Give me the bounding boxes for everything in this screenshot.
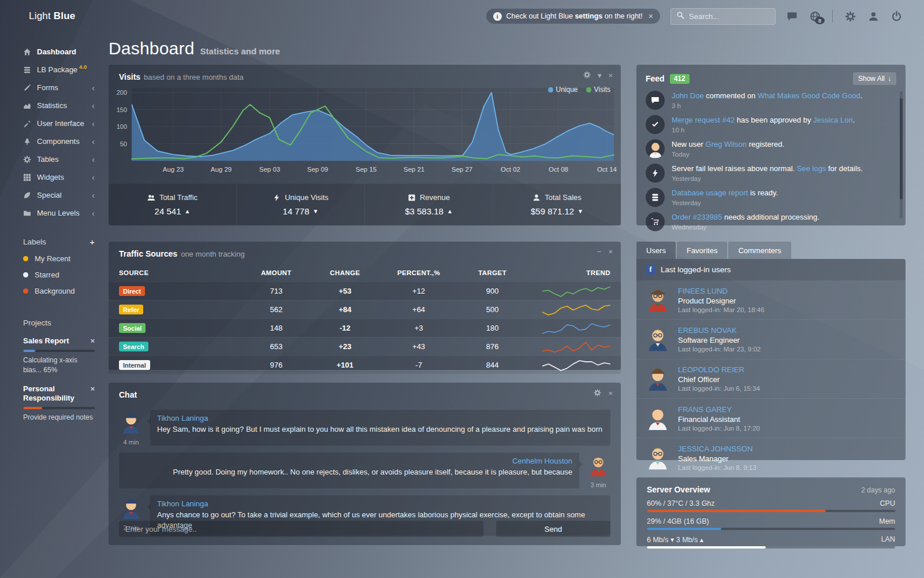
user-last-login: Last logged-in: Jun 8, 17:20 bbox=[678, 425, 760, 432]
svg-text:Sep 15: Sep 15 bbox=[356, 166, 377, 173]
sidebar-item-components[interactable]: Components‹ bbox=[0, 132, 107, 150]
send-button[interactable]: Send bbox=[496, 521, 610, 537]
tab-commenters[interactable]: Commenters bbox=[728, 242, 791, 259]
info-icon: i bbox=[493, 12, 502, 21]
user-name[interactable]: JESSICA JOHNSSON bbox=[678, 444, 757, 453]
feed-text: has been approved by bbox=[735, 116, 813, 124]
gear-icon[interactable] bbox=[594, 389, 601, 398]
sidebar-item-label: Widgets bbox=[37, 173, 64, 181]
user-info: JESSICA JOHNSSONSales ManagerLast logged… bbox=[678, 444, 757, 471]
user-name[interactable]: LEOPOLDO REIER bbox=[678, 365, 760, 374]
feed-item: New user Greg Wilson registered.Today bbox=[646, 139, 891, 158]
user-last-login: Last logged-in: Mar 20, 18:46 bbox=[678, 306, 765, 313]
settings-icon[interactable] bbox=[844, 10, 856, 22]
target-cell: 500 bbox=[458, 305, 527, 314]
tab-users[interactable]: Users bbox=[636, 242, 676, 259]
close-icon[interactable]: × bbox=[90, 384, 95, 402]
sidebar-item-dashboard[interactable]: Dashboard bbox=[0, 43, 107, 61]
stat-total-traffic: Total Traffic24 541▲ bbox=[109, 184, 236, 225]
trend-sparkline bbox=[527, 303, 610, 317]
add-label-button[interactable]: + bbox=[90, 237, 95, 247]
logout-icon[interactable] bbox=[891, 10, 902, 22]
collapse-icon[interactable]: ▾ bbox=[598, 72, 602, 79]
sidebar-item-label: Menu Levels bbox=[37, 209, 80, 217]
account-icon[interactable] bbox=[867, 10, 879, 22]
feed-link[interactable]: See logs bbox=[797, 164, 826, 173]
user-name[interactable]: FRANS GAREY bbox=[678, 405, 760, 414]
gear-icon[interactable] bbox=[583, 71, 591, 80]
message-sender[interactable]: Cenhelm Houston bbox=[126, 457, 572, 465]
user-row-frans-garey: FRANS GAREYFinancial AssistantLast logge… bbox=[636, 398, 906, 438]
label-item-my-recent[interactable]: My Recent bbox=[23, 254, 95, 263]
search-icon bbox=[676, 11, 684, 21]
feed-link[interactable]: Order #233985 bbox=[672, 213, 722, 221]
stat-label-text: Total Traffic bbox=[159, 193, 198, 202]
server-overview-widget: Server Overview 2 days ago 60% / 37°C / … bbox=[636, 477, 906, 546]
feed-text: is ready. bbox=[748, 188, 778, 197]
stat-plus-icon bbox=[408, 194, 416, 202]
project-progress-track bbox=[23, 350, 95, 352]
chat-message-input[interactable] bbox=[119, 521, 483, 537]
sidebar-item-statistics[interactable]: Statistics‹ bbox=[0, 97, 107, 114]
feed-bolt-icon bbox=[646, 164, 665, 183]
feed-link[interactable]: Greg Wilson bbox=[706, 140, 747, 149]
app-logo[interactable]: Light Blue bbox=[0, 10, 107, 22]
project-sales-report: Sales Report×Calculating x-axis bias... … bbox=[23, 336, 95, 375]
sidebar-item-forms[interactable]: Forms‹ bbox=[0, 79, 107, 97]
close-icon[interactable]: × bbox=[608, 72, 613, 79]
meter-name: CPU bbox=[880, 499, 895, 507]
user-name[interactable]: FINEES LUND bbox=[678, 287, 765, 295]
table-row-social: Social148-12+3180 bbox=[109, 318, 621, 337]
project-progress-fill bbox=[23, 350, 35, 352]
feed-item-body: John Doe commented on What Makes Good Co… bbox=[672, 91, 862, 110]
search-input[interactable] bbox=[688, 12, 770, 21]
sidebar-item-label: Special bbox=[37, 191, 62, 199]
close-icon[interactable]: × bbox=[608, 248, 613, 255]
feed-link[interactable]: Jessica Lori bbox=[813, 116, 853, 124]
sidebar-item-tables[interactable]: Tables‹ bbox=[0, 150, 107, 168]
feed-link[interactable]: Merge request #42 bbox=[672, 116, 735, 124]
show-all-button[interactable]: Show All↓ bbox=[853, 72, 896, 85]
feed-link[interactable]: What Makes Good Code Good bbox=[758, 91, 860, 100]
feed-text: for details. bbox=[826, 164, 863, 173]
minimize-icon[interactable]: − bbox=[597, 248, 602, 255]
source-badge: Search bbox=[119, 342, 148, 351]
label-item-starred[interactable]: Starred bbox=[23, 271, 95, 279]
wand-icon bbox=[23, 120, 32, 128]
sidebar-item-special[interactable]: Special‹ bbox=[0, 186, 107, 204]
close-icon[interactable]: × bbox=[649, 12, 653, 21]
close-icon[interactable]: × bbox=[608, 390, 613, 397]
main-content: Dashboard Statistics and more Visits bas… bbox=[109, 32, 621, 545]
messages-icon[interactable] bbox=[786, 10, 798, 22]
scrollbar-thumb[interactable] bbox=[900, 98, 903, 199]
svg-text:150: 150 bbox=[117, 106, 127, 113]
svg-text:200: 200 bbox=[117, 89, 127, 96]
message-sender[interactable]: Tikhon Laninga bbox=[157, 499, 603, 508]
chat-title: Chat bbox=[119, 390, 137, 399]
projects-list: Sales Report×Calculating x-axis bias... … bbox=[23, 336, 95, 423]
feed-item-text: Order #233985 needs additional processin… bbox=[672, 212, 819, 223]
project-description: Provide required notes bbox=[23, 413, 95, 423]
tab-favorites[interactable]: Favorites bbox=[677, 242, 727, 259]
target-cell: 844 bbox=[458, 361, 527, 369]
projects-section: Projects Sales Report×Calculating x-axis… bbox=[0, 318, 107, 423]
sidebar-item-lb-package[interactable]: LB Package4.0 bbox=[0, 61, 107, 79]
notifications-globe-icon[interactable]: 8 bbox=[809, 10, 821, 22]
project-description: Calculating x-axis bias... 65% bbox=[23, 355, 95, 376]
svg-text:Sep 27: Sep 27 bbox=[452, 166, 472, 173]
sidebar-item-widgets[interactable]: Widgets‹ bbox=[0, 168, 107, 186]
sidebar-item-user-interface[interactable]: User Interface‹ bbox=[0, 114, 107, 132]
user-name[interactable]: EREBUS NOVAK bbox=[678, 326, 761, 335]
message-bubble: Cenhelm HoustonPretty good. Doing my hom… bbox=[119, 453, 579, 488]
sidebar-item-menu-levels[interactable]: Menu Levels‹ bbox=[0, 204, 107, 222]
close-icon[interactable]: × bbox=[90, 336, 95, 346]
trend-sparkline bbox=[527, 284, 610, 298]
label-item-background[interactable]: Background bbox=[23, 287, 95, 295]
feed-link[interactable]: John Doe bbox=[672, 91, 704, 100]
feed-link[interactable]: Database usage report bbox=[672, 188, 748, 197]
top-bar: Light Blue i Check out Light Blue settin… bbox=[0, 0, 924, 32]
stat-value-text: 24 541 bbox=[155, 206, 181, 216]
stat-label: Total Traffic bbox=[147, 193, 198, 202]
message-sender[interactable]: Tikhon Laninga bbox=[157, 414, 603, 423]
svg-text:50: 50 bbox=[120, 140, 127, 147]
